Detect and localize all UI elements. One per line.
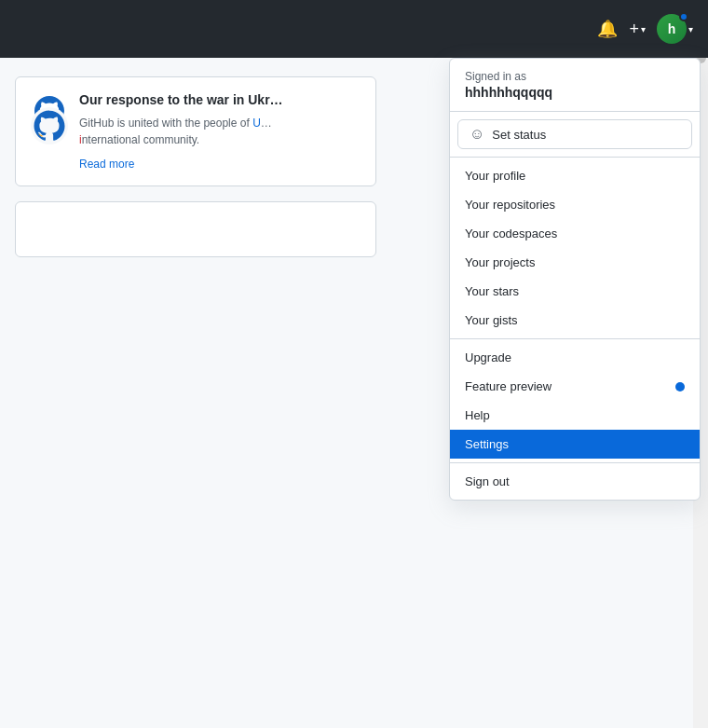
your-codespaces-link[interactable]: Your codespaces [450,219,700,248]
set-status-label: Set status [492,128,546,142]
help-link[interactable]: Help [450,401,700,430]
navbar-icons: 🔔 + ▾ h ▾ [597,14,693,44]
sign-out-section: Sign out [450,462,700,500]
feature-preview-dot [675,382,685,391]
secondary-menu-section: Upgrade Feature preview Help Settings [450,338,700,462]
chevron-down-icon: ▾ [641,24,646,34]
create-icon[interactable]: + ▾ [629,20,646,39]
avatar: h [657,14,687,44]
user-dropdown-menu: Signed in as hhhhhhqqqqq ☺ Set status Yo… [449,58,701,501]
navbar: 🔔 + ▾ h ▾ [0,0,708,58]
notification-icon[interactable]: 🔔 [597,19,618,39]
your-projects-link[interactable]: Your projects [450,248,700,277]
avatar-chevron-icon: ▾ [688,24,693,34]
left-area: Our response to the war in Ukr… GitHub i… [0,58,391,728]
signed-in-label: Signed in as [465,70,685,83]
placeholder-card [15,201,376,257]
upgrade-link[interactable]: Upgrade [450,343,700,372]
sign-out-link[interactable]: Sign out [450,467,700,496]
set-status-button[interactable]: ☺ Set status [457,119,692,149]
your-repositories-link[interactable]: Your repositories [450,190,700,219]
banner-body: GitHub is united with the people of U… i… [79,115,283,148]
username-label: hhhhhhqqqqq [465,85,685,100]
user-menu-button[interactable]: h ▾ [657,14,693,44]
smiley-icon: ☺ [470,126,484,143]
primary-menu-section: Your profile Your repositories Your code… [450,157,700,338]
your-profile-link[interactable]: Your profile [450,161,700,190]
banner-title: Our response to the war in Ukr… [79,92,283,107]
your-gists-link[interactable]: Your gists [450,306,700,335]
settings-link[interactable]: Settings [450,430,700,459]
dropdown-header: Signed in as hhhhhhqqqqq [450,59,700,112]
avatar-status-dot [679,12,688,21]
feature-preview-link[interactable]: Feature preview [450,372,700,401]
github-logo-icon [31,92,68,130]
banner-text: Our response to the war in Ukr… GitHub i… [79,92,283,171]
read-more-link[interactable]: Read more [79,158,134,171]
ukraine-banner: Our response to the war in Ukr… GitHub i… [15,76,376,186]
your-stars-link[interactable]: Your stars [450,277,700,306]
plus-label: + [629,20,639,39]
